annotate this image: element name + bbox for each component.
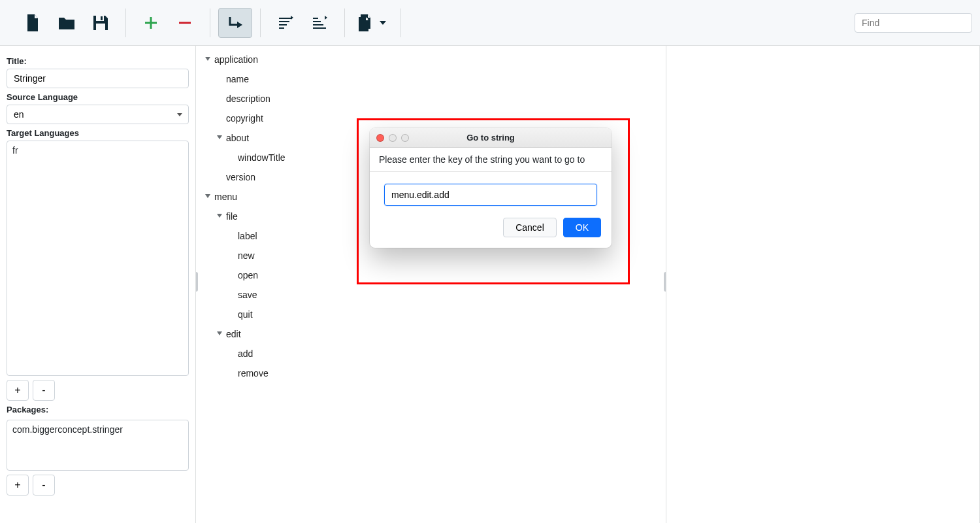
tree-row-label: name [226,74,249,84]
expand-all-button[interactable] [302,8,336,38]
tree-row[interactable]: name [196,69,666,89]
tree-row[interactable]: open [196,265,666,285]
toolbar [0,0,980,46]
remove-button[interactable] [168,8,202,38]
minimize-icon [389,134,397,142]
dialog-titlebar: Go to string [370,128,612,148]
ok-button[interactable]: OK [563,218,601,237]
tree-row-label: copyright [226,113,263,124]
tree-row-label: windowTitle [238,152,286,163]
title-label: Title: [7,56,189,66]
goto-string-button[interactable] [218,8,252,38]
tree-row-label: description [226,93,270,104]
tree-row[interactable]: application [196,50,666,69]
tree-row-label: open [238,270,258,280]
add-button[interactable] [134,8,168,38]
packages-label: Packages: [7,405,189,414]
cancel-button[interactable]: Cancel [503,218,557,237]
new-file-button[interactable] [16,8,50,38]
tree-row-label: edit [226,329,241,339]
tree-row[interactable]: save [196,285,666,305]
chevron-down-icon[interactable] [216,330,223,338]
tree-row-label: add [238,348,253,359]
tree-row-label: version [226,172,255,182]
packages-listbox[interactable]: com.biggerconcept.stringer [7,420,189,471]
remove-package-button[interactable]: - [33,475,55,496]
goto-string-dialog: Go to string Please enter the key of the… [370,128,612,248]
source-language-label: Source Language [7,92,189,102]
tree-row-label: save [238,290,257,300]
tree-row-label: file [226,211,238,222]
chevron-down-icon[interactable] [216,212,223,220]
chevron-down-icon[interactable] [204,193,212,201]
source-language-select[interactable] [7,105,189,124]
splitter-handle[interactable] [664,272,666,292]
svg-rect-0 [96,16,104,21]
tree-row-label: application [214,54,258,65]
tree-row[interactable]: add [196,344,666,363]
tree-row-label: new [238,250,255,261]
add-package-button[interactable]: + [7,475,29,496]
svg-rect-2 [101,16,103,20]
target-languages-listbox[interactable]: fr [7,141,189,376]
zoom-icon [401,134,409,142]
chevron-down-icon[interactable] [216,134,223,142]
save-button[interactable] [84,8,118,38]
tree-row[interactable]: edit [196,324,666,344]
chevron-down-icon[interactable] [204,56,212,63]
title-input[interactable] [7,69,189,88]
tree-row-label: about [226,133,249,143]
target-languages-label: Target Languages [7,128,189,138]
list-item[interactable]: fr [12,145,183,156]
tree-row[interactable]: description [196,89,666,109]
tree-row-label: quit [238,309,253,320]
goto-string-input[interactable] [384,184,597,206]
tree-row-label: menu [214,192,237,202]
splitter-handle[interactable] [196,272,198,292]
toolbar-separator [400,8,400,37]
svg-rect-1 [96,24,105,30]
tree-row[interactable]: new [196,246,666,265]
editor-panel [666,46,980,523]
open-folder-button[interactable] [50,8,84,38]
remove-target-lang-button[interactable]: - [33,380,55,401]
list-item[interactable]: com.biggerconcept.stringer [12,424,183,435]
collapse-all-button[interactable] [269,8,302,38]
dialog-message: Please enter the key of the string you w… [370,148,612,172]
find-input[interactable] [855,13,972,33]
tree-row-label: remove [238,368,269,379]
add-target-lang-button[interactable]: + [7,380,29,401]
close-icon[interactable] [376,134,384,142]
copy-dropdown-button[interactable] [353,8,392,38]
tree-row-label: label [238,231,257,241]
tree-row[interactable]: remove [196,363,666,383]
tree-row[interactable]: copyright [196,109,666,128]
string-tree-panel: applicationnamedescriptioncopyrightabout… [196,46,666,523]
sidebar: Title: Source Language Target Languages … [0,46,196,523]
tree-row[interactable]: quit [196,305,666,324]
